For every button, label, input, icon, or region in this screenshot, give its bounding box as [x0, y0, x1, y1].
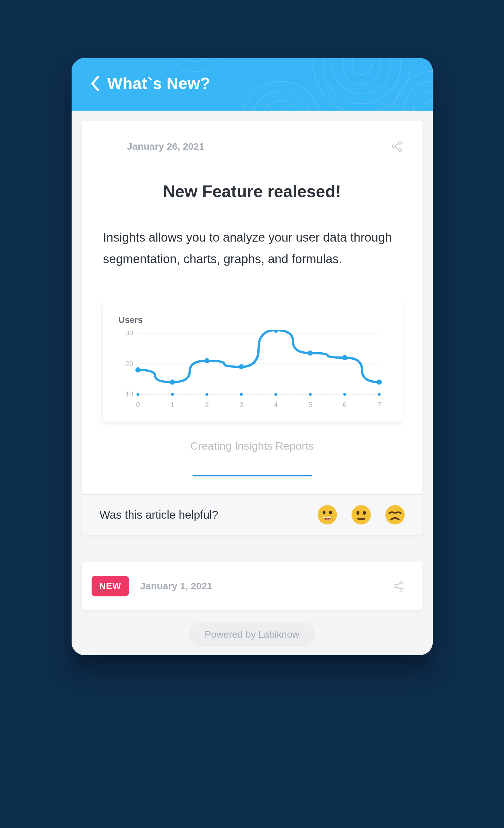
svg-text:10: 10 — [125, 390, 133, 398]
feedback-question: Was this article helpful? — [100, 508, 218, 521]
article-body: Insights allows you to analyze your user… — [101, 227, 403, 270]
svg-point-73 — [323, 510, 325, 514]
svg-line-83 — [396, 583, 400, 585]
svg-point-7 — [404, 81, 433, 111]
svg-text:5: 5 — [308, 401, 312, 409]
svg-point-70 — [342, 355, 347, 360]
svg-point-55 — [284, 394, 285, 395]
svg-point-31 — [205, 393, 208, 396]
svg-point-29 — [171, 393, 174, 396]
svg-point-47 — [189, 394, 190, 395]
svg-point-49 — [215, 394, 216, 395]
article-date: January 26, 2021 — [127, 141, 204, 152]
svg-point-79 — [385, 505, 405, 525]
svg-point-57 — [301, 394, 302, 395]
svg-text:1: 1 — [170, 401, 174, 409]
svg-point-12 — [243, 81, 320, 111]
svg-point-48 — [198, 394, 199, 395]
new-badge: NEW — [92, 576, 129, 596]
svg-point-5 — [423, 100, 433, 111]
svg-point-11 — [252, 91, 310, 111]
svg-point-8 — [394, 72, 433, 111]
svg-text:30: 30 — [125, 330, 133, 337]
accent-divider — [193, 475, 312, 477]
svg-point-54 — [267, 394, 268, 395]
chart-canvas: 10203001234567 — [119, 330, 386, 410]
svg-text:4: 4 — [274, 401, 278, 409]
svg-text:3: 3 — [239, 401, 243, 409]
svg-point-44 — [155, 394, 156, 395]
svg-point-2 — [333, 58, 391, 94]
article-title: New Feature realesed! — [101, 181, 403, 201]
chart-title: Users — [119, 315, 386, 325]
svg-point-62 — [362, 394, 363, 395]
svg-point-65 — [170, 380, 175, 385]
article-2-date: January 1, 2021 — [140, 581, 381, 591]
emoji-sad[interactable] — [385, 505, 405, 525]
svg-point-76 — [356, 511, 359, 515]
svg-point-53 — [258, 394, 259, 395]
svg-point-37 — [308, 393, 311, 396]
svg-point-64 — [135, 367, 140, 373]
svg-point-69 — [308, 350, 313, 356]
svg-point-43 — [146, 394, 147, 395]
svg-point-68 — [273, 330, 278, 333]
svg-point-71 — [377, 380, 382, 385]
svg-point-61 — [353, 394, 354, 395]
svg-line-19 — [395, 143, 398, 146]
svg-point-50 — [223, 394, 224, 395]
feedback-emoji-row — [318, 505, 405, 525]
svg-point-4 — [313, 58, 410, 111]
svg-point-33 — [240, 393, 243, 396]
whats-new-widget: What`s New? January 26, 2021 — [72, 58, 433, 655]
svg-point-35 — [274, 393, 277, 396]
header-title: What`s New? — [108, 74, 210, 93]
svg-point-59 — [327, 394, 328, 395]
svg-point-77 — [363, 511, 366, 515]
svg-point-63 — [370, 394, 371, 395]
svg-point-52 — [249, 394, 250, 395]
svg-point-45 — [163, 394, 164, 395]
users-chart: Users 10203001234567 — [102, 302, 402, 422]
emoji-happy[interactable] — [318, 505, 337, 525]
svg-text:0: 0 — [136, 401, 140, 409]
chart-caption: Creating Insights Reports — [101, 440, 403, 452]
svg-text:2: 2 — [205, 401, 209, 409]
article-card: January 26, 2021 New Feature realesed! — [82, 121, 422, 535]
svg-point-39 — [343, 393, 346, 396]
back-icon[interactable] — [89, 75, 100, 92]
share-icon[interactable] — [392, 580, 405, 592]
svg-point-10 — [262, 100, 300, 111]
svg-rect-78 — [357, 518, 365, 520]
svg-point-1 — [342, 58, 381, 84]
svg-point-67 — [239, 364, 244, 369]
svg-line-84 — [396, 587, 400, 589]
article-card-2[interactable]: NEW January 1, 2021 — [82, 562, 422, 610]
svg-text:6: 6 — [343, 401, 347, 409]
widget-header: What`s New? — [72, 58, 433, 111]
svg-line-20 — [395, 147, 398, 149]
svg-point-66 — [204, 358, 209, 363]
svg-point-0 — [352, 58, 372, 75]
emoji-neutral[interactable] — [351, 505, 371, 525]
svg-text:7: 7 — [377, 401, 381, 409]
share-icon[interactable] — [391, 140, 403, 153]
svg-point-46 — [180, 394, 181, 395]
svg-text:20: 20 — [125, 360, 133, 368]
svg-point-3 — [323, 58, 401, 104]
svg-point-74 — [329, 510, 332, 514]
powered-by-badge[interactable]: Powered by Labiknow — [189, 622, 315, 647]
svg-point-72 — [318, 505, 337, 525]
svg-point-14 — [175, 58, 213, 62]
svg-point-60 — [335, 394, 336, 395]
feedback-bar: Was this article helpful? — [82, 494, 422, 535]
svg-point-41 — [378, 393, 380, 396]
widget-content: January 26, 2021 New Feature realesed! — [72, 111, 433, 655]
svg-point-75 — [351, 505, 371, 525]
svg-point-6 — [413, 91, 433, 111]
svg-point-51 — [232, 394, 233, 395]
svg-point-58 — [318, 394, 319, 395]
svg-point-27 — [136, 393, 139, 396]
svg-point-56 — [292, 394, 293, 395]
svg-point-15 — [165, 58, 223, 72]
